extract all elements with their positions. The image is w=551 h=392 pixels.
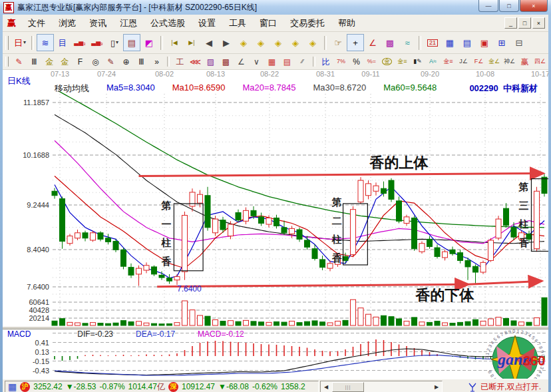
tb-gold-circle-button[interactable]: 金 xyxy=(379,55,395,69)
tb-draw-line-button[interactable]: ✎ xyxy=(103,55,118,69)
menu-item-trade[interactable]: 交易委托 xyxy=(283,16,331,31)
tb-chip-tool-button[interactable]: ▩ xyxy=(381,34,399,51)
macd-value-2: MACD=-0.12 xyxy=(198,329,244,339)
menu-item-tools[interactable]: 工具 xyxy=(222,16,253,31)
toolbar-grip[interactable] xyxy=(5,36,9,50)
status-grid-icon[interactable]: ▦ xyxy=(8,381,17,392)
menu-item-settings[interactable]: 设置 xyxy=(192,16,222,31)
tb-bars-9-button[interactable]: ▃▅₉ xyxy=(89,34,106,51)
tb-matrix-calc-button[interactable]: ▦ xyxy=(441,34,459,51)
tb-wave-tool-button[interactable]: ≈ xyxy=(399,34,416,51)
candle-body xyxy=(381,188,387,193)
tb-ratio-tool-button[interactable]: 比 xyxy=(318,55,333,69)
menu-item-browse[interactable]: 浏览 xyxy=(52,16,83,31)
tb-v-lines-button[interactable]: ∨ xyxy=(249,55,264,69)
menu-item-help[interactable]: 帮助 xyxy=(331,16,362,31)
tb-gold-grid-a-button[interactable]: 金 xyxy=(42,55,57,69)
pillar-annotation-box[interactable] xyxy=(174,204,203,271)
tb-remote-pc-button[interactable]: ⊟ xyxy=(510,34,528,51)
tb-gold-levels-red-button[interactable]: 金≡ xyxy=(441,55,456,69)
tb-net-box-button[interactable]: ▩ xyxy=(218,55,234,69)
tb-compress-scale-button[interactable]: ◈ xyxy=(270,34,287,51)
tb-angle-set-button[interactable]: ∠ xyxy=(234,55,249,69)
tb-f-angle-button[interactable]: F∠ xyxy=(471,55,486,69)
tb-red-grid-a-button[interactable]: ▦ xyxy=(264,55,279,69)
tb-shen-angle-button[interactable]: 神∠ xyxy=(502,55,517,69)
tb-cycle-circle-button[interactable]: ⊕ xyxy=(118,55,134,69)
tb-more-tools-button[interactable]: » xyxy=(149,55,164,69)
close-button[interactable]: × xyxy=(520,0,548,12)
tb-expand-scale-button[interactable]: ◈ xyxy=(287,34,304,51)
tb-net-link-button[interactable]: ⊞ xyxy=(493,34,510,51)
tb-tick-grid-button[interactable]: Ⅲ xyxy=(134,55,149,69)
scrollbar-thumb[interactable]: ||| xyxy=(332,382,364,392)
price-tick-label: 7.6400 xyxy=(27,283,49,291)
tb-time-grid-button[interactable]: Ⅲ xyxy=(27,55,42,69)
tb-report-view-button[interactable]: ▤ xyxy=(123,34,140,51)
tb-gann-fan-button[interactable]: ⋘ xyxy=(188,55,203,69)
volume-bar xyxy=(351,299,356,325)
tb-four-angle-button[interactable]: 四∠ xyxy=(532,55,548,69)
tb-data-sheet-button[interactable]: ▤ xyxy=(459,34,476,51)
tb-timeshare-chart-button[interactable]: ≋ xyxy=(37,34,54,51)
tb-pct-candle-button[interactable]: 7% xyxy=(333,55,349,69)
tb-last-page-button[interactable]: ▶| xyxy=(183,34,200,51)
tb-draw-brush-button[interactable]: ✎ xyxy=(11,55,27,69)
maximize-button[interactable]: □ xyxy=(499,0,519,12)
connection-status[interactable]: 已断开,双点打开. xyxy=(468,381,546,392)
tb-fan-box-button[interactable]: ▨ xyxy=(203,55,218,69)
mdi-close-button[interactable]: × xyxy=(532,17,545,29)
tb-percent-button[interactable]: % xyxy=(349,55,364,69)
tb-fib-grid-button[interactable]: F xyxy=(73,55,88,69)
tb-slash-lines-button[interactable]: ⁄⁄ xyxy=(295,55,310,69)
tb-candle-style-button[interactable]: ▯▾ xyxy=(106,34,123,51)
volume-bar xyxy=(381,315,387,325)
tb-color-chart-button[interactable]: ◩ xyxy=(140,34,158,51)
candle-body xyxy=(443,252,448,258)
tb-restore-scale-button[interactable]: ◈ xyxy=(304,34,321,51)
tb-red-grid-b-button[interactable]: ▤ xyxy=(279,55,295,69)
scroll-left-button[interactable]: ◀ xyxy=(321,381,331,392)
ma10-line xyxy=(55,176,544,269)
tb-first-page-button[interactable]: |◀ xyxy=(166,34,183,51)
tb-angle-line-button[interactable]: ∠ xyxy=(364,34,381,51)
minimize-button[interactable]: — xyxy=(478,0,498,12)
toolbar-grip[interactable] xyxy=(5,57,9,67)
tb-crosshair-button[interactable]: + xyxy=(347,34,364,51)
tb-next-page-button[interactable]: ▶ xyxy=(218,34,235,51)
tb-bars-3-button[interactable]: ▃▅₃ xyxy=(71,34,89,51)
mdi-restore-button[interactable]: □ xyxy=(518,17,531,29)
tb-zoom-right-button[interactable]: ◈ xyxy=(252,34,270,51)
tb-spiral-tool-button[interactable]: ◎ xyxy=(88,55,103,69)
lower-trend-line[interactable] xyxy=(468,281,542,284)
price-flag-label: 7.6400 xyxy=(177,284,202,294)
menu-item-window[interactable]: 窗口 xyxy=(253,16,283,31)
tb-zoom-left-button[interactable]: ◈ xyxy=(235,34,252,51)
menu-item-gann[interactable]: 江恩 xyxy=(113,16,144,31)
menu-item-news[interactable]: 资讯 xyxy=(83,16,113,31)
menu-item-formula-stock[interactable]: 公式选股 xyxy=(144,16,192,31)
tb-j-angle-button[interactable]: J∠ xyxy=(456,55,471,69)
tb-calendar-button[interactable]: 21 xyxy=(424,34,441,51)
tb-drag-hand-button[interactable]: ☞ xyxy=(329,34,347,51)
upper-trend-line[interactable] xyxy=(139,173,544,176)
tb-gold-angle-button[interactable]: 金∠ xyxy=(486,55,502,69)
tb-ying-tool-button[interactable]: 赢 xyxy=(517,55,532,69)
tb-quote-board-button[interactable]: 目 xyxy=(54,34,71,51)
tb-gold-levels-button[interactable]: 金≡ xyxy=(395,55,410,69)
matrix-calc-icon: ▦ xyxy=(446,39,454,47)
candle-body xyxy=(106,238,111,242)
tb-wave-a-button[interactable]: A≈ xyxy=(425,55,441,69)
menu-item-file[interactable]: 文件 xyxy=(21,16,52,31)
tb-kline-period-button[interactable]: 日▾ xyxy=(11,34,29,51)
tb-candle-draw-button[interactable]: ▮✎ xyxy=(410,55,425,69)
tb-save-layout-button[interactable]: ▣ xyxy=(476,34,493,51)
volume-bar xyxy=(519,322,524,325)
mdi-minimize-button[interactable]: _ xyxy=(504,17,517,29)
tb-gold-grid-b-button[interactable]: 金 xyxy=(57,55,73,69)
tb-prev-page-button[interactable]: ◀ xyxy=(200,34,218,51)
tb-pct-line-button[interactable]: %= xyxy=(364,55,379,69)
horizontal-scrollbar[interactable]: ◀ ||| ▶ xyxy=(320,381,443,392)
scroll-right-button[interactable]: ▶ xyxy=(431,381,442,392)
tb-gann-frame-button[interactable]: 工 xyxy=(172,55,188,69)
